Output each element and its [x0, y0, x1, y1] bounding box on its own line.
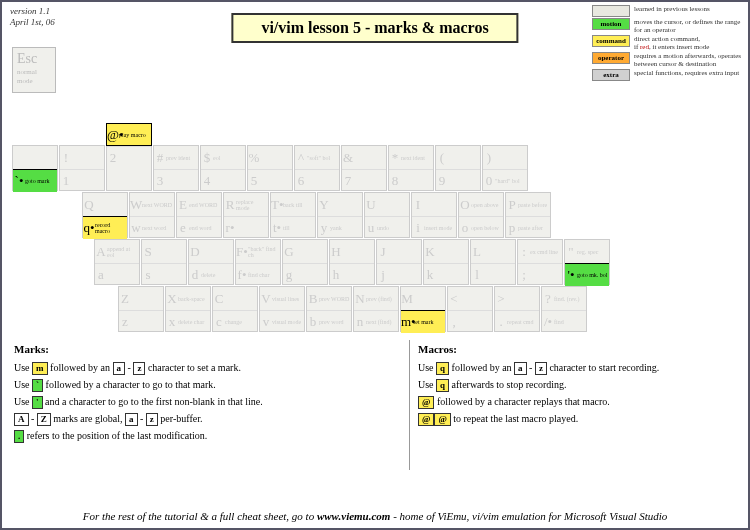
swatch-operator: operator: [592, 52, 630, 64]
key: Eend WORDeend word: [176, 192, 222, 238]
key: !1: [59, 145, 105, 191]
key: Ccchange: [212, 286, 258, 332]
swatch-extra: extra: [592, 69, 630, 81]
key: Rreplace moder•: [223, 192, 269, 238]
key: Hh: [329, 239, 375, 285]
key: Ss: [141, 239, 187, 285]
key: "reg. spec'•goto mk. bol: [564, 239, 610, 285]
key: $eol4: [200, 145, 246, 191]
marks-explain: Marks: Use m followed by an a - z charac…: [14, 340, 394, 444]
key: Oopen aboveoopen below: [458, 192, 504, 238]
key: Kk: [423, 239, 469, 285]
page-title: vi/vim lesson 5 - marks & macros: [231, 13, 518, 43]
escape-key: Esc normal mode: [12, 47, 56, 93]
key: Uuundo: [364, 192, 410, 238]
key: Ppaste beforeppaste after: [505, 192, 551, 238]
key: @•play macro2: [106, 145, 152, 191]
key: Qq•record macro: [82, 192, 128, 238]
macros-explain: Macros: Use q followed by an a - z chara…: [418, 340, 738, 427]
key: `•goto mark: [12, 145, 58, 191]
key: Jj: [376, 239, 422, 285]
key: Wnext WORDwnext word: [129, 192, 175, 238]
key: ^"soft" bol6: [294, 145, 340, 191]
keyboard-row-4: ZzXback-spacexdelete charCcchangeVvisual…: [118, 286, 588, 332]
key: T•back tillt•till: [270, 192, 316, 238]
key: (9: [435, 145, 481, 191]
key: :ex cmd line;: [517, 239, 563, 285]
legend: learned in previous lessons motionmoves …: [592, 5, 742, 82]
key: Mm•set mark: [400, 286, 446, 332]
version-info: version 1.1 April 1st, 06: [10, 6, 55, 28]
swatch-prev: [592, 5, 630, 17]
key: )0"hard" bol: [482, 145, 528, 191]
key: Vvisual linesvvisual mode: [259, 286, 305, 332]
key: >.repeat cmd: [494, 286, 540, 332]
key: Nprev (find)nnext (find): [353, 286, 399, 332]
key: Aappend at eola: [94, 239, 140, 285]
key: *next ident8: [388, 145, 434, 191]
keyboard-row-1: `•goto mark!1@•play macro2#prev ident3$e…: [12, 145, 529, 191]
keyboard-row-2: Qq•record macroWnext WORDwnext wordEend …: [82, 192, 552, 238]
keyboard-row-3: Aappend at eolaSsDddeleteF•"back" find c…: [94, 239, 611, 285]
swatch-command: command: [592, 35, 630, 47]
key: Iiinsert mode: [411, 192, 457, 238]
key: <,: [447, 286, 493, 332]
key: Ll: [470, 239, 516, 285]
key: Xback-spacexdelete char: [165, 286, 211, 332]
key: ?find. (rev.)/•find: [541, 286, 587, 332]
key: Dddelete: [188, 239, 234, 285]
swatch-motion: motion: [592, 18, 630, 30]
key: %5: [247, 145, 293, 191]
key: F•"back" find chf•find char: [235, 239, 281, 285]
key: Zz: [118, 286, 164, 332]
key: Bprev WORDbprev word: [306, 286, 352, 332]
divider: [409, 340, 410, 470]
key: Gg: [282, 239, 328, 285]
footer: For the rest of the tutorial & a full ch…: [2, 510, 748, 522]
key: &7: [341, 145, 387, 191]
key: Yyyank: [317, 192, 363, 238]
key: #prev ident3: [153, 145, 199, 191]
